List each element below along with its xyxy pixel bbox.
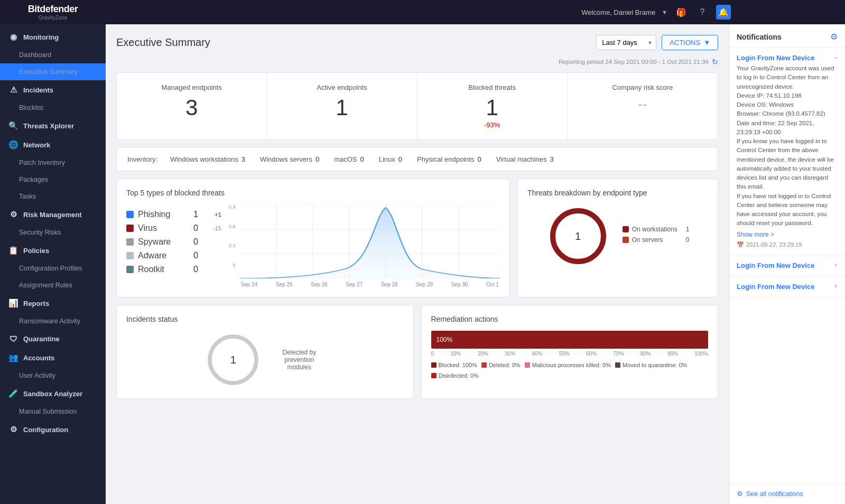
sidebar-item-manual-submission[interactable]: Manual Submission (0, 403, 106, 420)
sidebar-item-assignment-rules[interactable]: Assignment Rules (0, 277, 106, 294)
notification-title-0[interactable]: Login From New Device – (737, 54, 838, 62)
rem-axis-2: 20% (478, 351, 488, 357)
rem-legend: Blocked: 100% Deleted: 0% Malicious proc… (431, 362, 709, 379)
rem-leg-2: Malicious processes killed: 0% (525, 362, 611, 368)
threat-name-3: Adware (138, 251, 183, 260)
inv-macos: macOS 0 (334, 155, 364, 163)
sidebar-item-packages[interactable]: Packages (0, 171, 106, 188)
inv-name-4: Physical endpoints (417, 155, 474, 163)
rem-leg-label-2: Malicious processes killed: 0% (532, 362, 611, 368)
sidebar-item-executive-summary[interactable]: Executive Summary (0, 63, 106, 80)
sidebar-item-risk-management[interactable]: ⚙ Risk Management (0, 205, 106, 224)
date-range-select[interactable]: Last 7 days Last 30 days Last 90 days (596, 35, 656, 50)
sidebar-item-user-activity[interactable]: User Activity (0, 367, 106, 384)
inv-virtual: Virtual machines 3 (496, 155, 554, 163)
inv-count-0: 3 (242, 155, 245, 163)
sidebar-item-incidents[interactable]: ⚠ Incidents (0, 80, 106, 99)
notification-title-2[interactable]: Login From New Device (737, 283, 814, 291)
sidebar-item-configuration[interactable]: ⚙ Configuration (0, 420, 106, 439)
metric-label-1: Active endpoints (277, 83, 406, 91)
incidents-donut-wrap: 1 Detected by prevention modules (126, 331, 404, 389)
sidebar: ◉ Monitoring Dashboard Executive Summary… (0, 24, 106, 504)
inv-physical: Physical endpoints 0 (417, 155, 481, 163)
rem-leg-color-0 (431, 362, 437, 368)
sidebar-label-threats-xplorer: Threats Xplorer (23, 122, 74, 130)
sidebar-label-executive-summary: Executive Summary (19, 68, 78, 76)
threat-name-2: Spyware (138, 237, 183, 247)
remediation-bar-wrap: 100% 0 10% 20% 30% 40% 50% 60% 70% 80% 9… (431, 331, 709, 357)
rem-bar: 100% (431, 331, 709, 349)
sidebar-item-policies[interactable]: 📋 Policies (0, 241, 106, 260)
gift-icon[interactable]: 🎁 (674, 5, 689, 20)
sidebar-item-blocklist[interactable]: Blocklist (0, 99, 106, 116)
sidebar-item-ransomware-activity[interactable]: Ransomware Activity (0, 313, 106, 330)
inv-windows-servers: Windows servers 0 (260, 155, 319, 163)
notification-collapse-icon-0[interactable]: – (834, 55, 838, 61)
metric-company-risk-score: Company risk score -- (568, 73, 718, 139)
sidebar-item-config-profiles[interactable]: Configuration Profiles (0, 260, 106, 277)
actions-label: ACTIONS (670, 39, 700, 46)
page-header: Executive Summary Last 7 days Last 30 da… (116, 35, 718, 50)
sidebar-item-network[interactable]: 🌐 Network (0, 135, 106, 154)
metric-label-3: Company risk score (578, 83, 707, 91)
rem-leg-color-3 (615, 362, 620, 368)
sidebar-label-policies: Policies (23, 247, 49, 255)
rem-axis-8: 80% (640, 351, 651, 357)
sidebar-item-accounts[interactable]: 👥 Accounts (0, 348, 106, 367)
sidebar-item-tasks[interactable]: Tasks (0, 188, 106, 205)
notification-title-text-0: Login From New Device (737, 54, 814, 62)
sidebar-item-patch-inventory[interactable]: Patch Inventory (0, 154, 106, 171)
rem-leg-3: Moved to quarantine: 0% (615, 362, 687, 368)
see-all-notifications-link[interactable]: ⚙ See all notifications (737, 490, 838, 498)
sidebar-label-monitoring: Monitoring (23, 33, 59, 41)
sidebar-item-security-risks[interactable]: Security Risks (0, 224, 106, 241)
rem-leg-color-4 (431, 373, 437, 378)
actions-button[interactable]: ACTIONS ▼ (662, 35, 718, 50)
y-label-0: 0.9 (229, 204, 236, 210)
donut-leg-1: On servers 0 (623, 236, 690, 244)
reporting-period-text: Reporting period 24 Sep 2021 00:00 - 1 O… (559, 59, 709, 65)
inv-name-5: Virtual machines (496, 155, 547, 163)
inv-name-0: Windows workstations (170, 155, 238, 163)
refresh-icon[interactable]: ↻ (712, 58, 718, 66)
show-more-link[interactable]: Show more > (737, 231, 774, 238)
inv-name-3: Linux (379, 155, 395, 163)
threat-count-0: 1 (188, 210, 198, 219)
help-icon[interactable]: ? (695, 5, 710, 20)
threat-color-4 (126, 266, 134, 273)
notification-expand-icon-1[interactable]: + (834, 262, 838, 269)
threat-color-0 (126, 211, 134, 218)
x-label-5: Sep 29 (416, 282, 433, 287)
threat-color-2 (126, 238, 134, 246)
sidebar-nav: ◉ Monitoring Dashboard Executive Summary… (0, 24, 106, 442)
threat-row-3: Adware 0 (126, 251, 221, 260)
sidebar-label-assignment-rules: Assignment Rules (19, 282, 72, 289)
metric-value-1: 1 (277, 97, 406, 119)
quarantine-icon: 🛡 (8, 334, 18, 343)
sandbox-icon: 🧪 (8, 389, 18, 398)
sidebar-label-manual-submission: Manual Submission (19, 408, 77, 415)
metric-value-2: 1 (428, 97, 556, 119)
sidebar-item-dashboard[interactable]: Dashboard (0, 46, 106, 63)
sidebar-item-sandbox-analyzer[interactable]: 🧪 Sandbox Analyzer (0, 384, 106, 403)
threat-name-1: Virus (138, 223, 183, 233)
x-label-1: Sep 25 (276, 282, 293, 287)
threat-row-1: Virus 0 -15 (126, 223, 221, 233)
bell-icon[interactable]: 🔔 (716, 5, 731, 20)
incidents-donut-center: 1 (230, 354, 236, 366)
chart-x-labels: Sep 24 Sep 25 Sep 26 Sep 27 Sep 28 Sep 2… (240, 282, 500, 287)
threat-count-2: 0 (188, 237, 198, 247)
sidebar-item-monitoring[interactable]: ◉ Monitoring (0, 27, 106, 46)
notification-expand-icon-2[interactable]: + (834, 283, 838, 290)
logo-text: Bitdefender (28, 4, 78, 15)
sidebar-label-incidents: Incidents (23, 86, 53, 94)
policies-icon: 📋 (8, 246, 18, 255)
sidebar-item-quarantine[interactable]: 🛡 Quarantine (0, 330, 106, 348)
sidebar-item-reports[interactable]: 📊 Reports (0, 294, 106, 313)
rem-axis-3: 30% (505, 351, 515, 357)
notifications-gear-icon[interactable]: ⚙ (830, 32, 838, 42)
donut-svg: 1 (546, 204, 610, 268)
donut-leg-count-1: 0 (681, 236, 690, 244)
notification-title-1[interactable]: Login From New Device (737, 262, 814, 269)
sidebar-item-threats-xplorer[interactable]: 🔍 Threats Xplorer (0, 116, 106, 135)
